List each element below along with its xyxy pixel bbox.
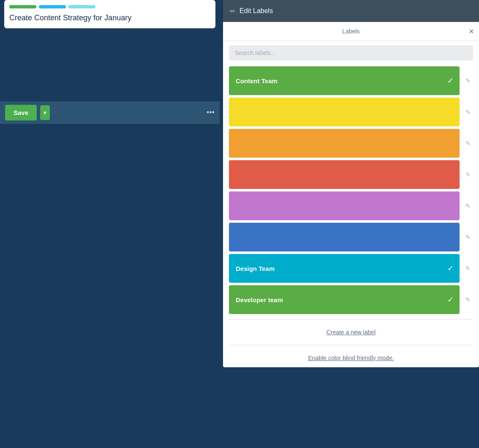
edit-label-button-purple[interactable]: ✎ xyxy=(463,201,473,211)
save-button[interactable]: Save xyxy=(5,105,37,120)
create-new-label-link[interactable]: Create a new label xyxy=(223,323,479,341)
label-item-orange[interactable] xyxy=(229,129,460,158)
search-input[interactable] xyxy=(229,45,473,60)
edit-label-button-orange[interactable]: ✎ xyxy=(463,138,473,148)
divider-2 xyxy=(229,345,473,345)
label-row-red: ✎ xyxy=(229,160,473,189)
label-row-developer-team: Developer team ✓ ✎ xyxy=(229,285,473,314)
edit-label-button-blue[interactable]: ✎ xyxy=(463,232,473,242)
check-icon-developer-team: ✓ xyxy=(447,295,454,304)
label-row-design-team: Design Team ✓ ✎ xyxy=(229,254,473,283)
check-icon-design-team: ✓ xyxy=(447,264,454,273)
edit-label-button-yellow[interactable]: ✎ xyxy=(463,107,473,117)
label-item-content-team[interactable]: Content Team ✓ xyxy=(229,66,460,95)
label-row-purple: ✎ xyxy=(229,191,473,220)
card-label-pills xyxy=(9,5,210,8)
label-item-purple[interactable] xyxy=(229,191,460,220)
label-pill-green xyxy=(9,5,36,8)
edit-label-button-content-team[interactable]: ✎ xyxy=(463,76,473,86)
edit-labels-bar: ✏ Edit Labels xyxy=(223,0,479,22)
card-area: Create Content Strategy for January Save… xyxy=(0,0,220,448)
label-text-developer-team: Developer team xyxy=(236,296,283,303)
label-row-yellow: ✎ xyxy=(229,98,473,126)
label-item-yellow[interactable] xyxy=(229,98,460,126)
task-card: Create Content Strategy for January xyxy=(4,0,215,28)
label-row-blue: ✎ xyxy=(229,223,473,251)
label-item-design-team[interactable]: Design Team ✓ xyxy=(229,254,460,283)
label-row-orange: ✎ xyxy=(229,129,473,158)
label-pill-blue xyxy=(39,5,66,8)
label-item-red[interactable] xyxy=(229,160,460,189)
label-text-design-team: Design Team xyxy=(236,265,275,272)
edit-label-button-developer-team[interactable]: ✎ xyxy=(463,295,473,305)
card-title: Create Content Strategy for January xyxy=(9,13,210,23)
dropdown-button[interactable]: ▾ xyxy=(40,105,50,120)
more-options-button[interactable]: ••• xyxy=(207,108,215,117)
label-item-blue[interactable] xyxy=(229,223,460,251)
edit-label-button-design-team[interactable]: ✎ xyxy=(463,263,473,273)
labels-list: Content Team ✓ ✎ ✎ ✎ ✎ ✎ xyxy=(223,65,479,316)
check-icon-content-team: ✓ xyxy=(447,76,454,85)
label-text-content-team: Content Team xyxy=(236,77,278,85)
divider-1 xyxy=(229,319,473,320)
edit-icon: ✏ xyxy=(230,7,235,15)
search-area xyxy=(223,41,479,65)
labels-panel-title: Labels xyxy=(342,28,359,35)
edit-labels-title: Edit Labels xyxy=(240,7,273,15)
edit-label-button-red[interactable]: ✎ xyxy=(463,169,473,180)
chevron-down-icon: ▾ xyxy=(44,109,46,116)
close-button[interactable]: × xyxy=(469,27,474,36)
card-footer: Save ▾ ••• xyxy=(0,101,220,124)
labels-panel-header: Labels × xyxy=(223,22,479,41)
label-row-content-team: Content Team ✓ ✎ xyxy=(229,66,473,95)
label-pill-cyan xyxy=(68,5,95,8)
labels-panel: Labels × Content Team ✓ ✎ ✎ ✎ xyxy=(223,22,479,367)
label-item-developer-team[interactable]: Developer team ✓ xyxy=(229,285,460,314)
color-blind-mode-link[interactable]: Enable color blind friendly mode. xyxy=(223,349,479,367)
